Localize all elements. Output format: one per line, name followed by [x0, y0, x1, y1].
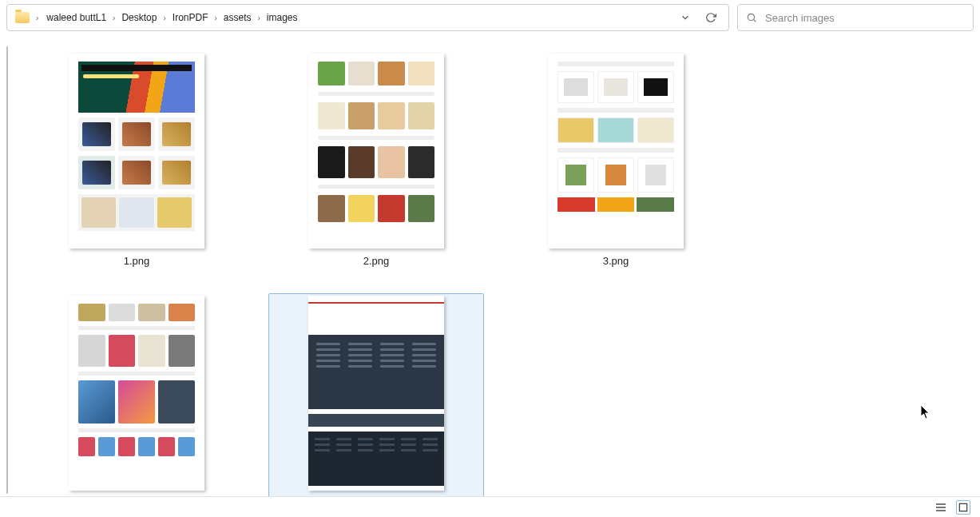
file-thumbnail: [69, 296, 204, 491]
chevron-right-icon: ›: [113, 14, 115, 22]
address-bar[interactable]: › waleed buttL1›Desktop›IronPDF›assets›i…: [6, 4, 729, 31]
file-item[interactable]: 3.png: [508, 51, 724, 269]
thumbnail-view-button[interactable]: [956, 500, 970, 515]
file-item[interactable]: 5.png: [268, 293, 484, 511]
details-view-button[interactable]: [934, 500, 948, 515]
file-thumbnail: [308, 54, 444, 249]
search-icon: [746, 12, 757, 23]
content-area[interactable]: 1.png 2.png 3.png 4.png 5.png: [0, 35, 980, 495]
chevron-right-icon: ›: [163, 14, 165, 22]
search-input[interactable]: [765, 12, 965, 24]
file-name-label: 3.png: [603, 255, 629, 267]
file-name-label: 1.png: [124, 255, 150, 267]
folder-icon: [15, 12, 30, 23]
file-name-label: 2.png: [363, 255, 390, 267]
file-thumbnail: [548, 54, 684, 249]
svg-rect-5: [959, 503, 966, 511]
file-thumbnail: [308, 296, 444, 491]
search-box[interactable]: [737, 4, 974, 31]
file-item[interactable]: 1.png: [29, 51, 244, 269]
file-item[interactable]: 4.png: [29, 293, 244, 511]
breadcrumb-segment[interactable]: images: [265, 10, 300, 25]
chevron-right-icon: ›: [258, 14, 260, 22]
breadcrumb-segment[interactable]: Desktop: [120, 10, 158, 25]
recent-locations-button[interactable]: [676, 8, 695, 27]
refresh-button[interactable]: [701, 8, 720, 27]
breadcrumb-segment[interactable]: IronPDF: [171, 10, 210, 25]
breadcrumb: waleed buttL1›Desktop›IronPDF›assets›ima…: [45, 10, 669, 25]
toolbar: › waleed buttL1›Desktop›IronPDF›assets›i…: [0, 0, 980, 35]
svg-point-0: [748, 14, 754, 20]
chevron-right-icon: ›: [36, 14, 38, 22]
chevron-right-icon: ›: [214, 14, 216, 22]
breadcrumb-segment[interactable]: waleed buttL1: [45, 10, 108, 25]
breadcrumb-segment[interactable]: assets: [222, 10, 253, 25]
file-thumbnail: [69, 54, 204, 249]
status-bar: [0, 496, 980, 517]
svg-line-1: [754, 20, 756, 22]
file-item[interactable]: 2.png: [268, 51, 484, 269]
file-grid: 1.png 2.png 3.png 4.png 5.png: [29, 51, 962, 511]
